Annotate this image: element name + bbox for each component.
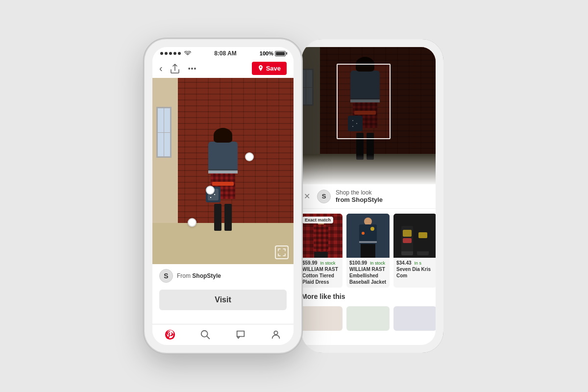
back-button[interactable]: ‹ (159, 63, 163, 74)
battery-fill (276, 52, 285, 55)
product-price-1: $59.99 In stock (302, 260, 340, 266)
save-button[interactable]: Save (252, 62, 287, 75)
more-item-placeholder-2 (346, 306, 390, 331)
expand-corners-icon (278, 248, 286, 256)
shop-header: ✕ S Shop the look from ShopStyle (294, 184, 436, 209)
products-row: Exact match $59.99 In stock WILLIAM RAST… (294, 209, 436, 288)
more-title: More like this (301, 293, 429, 300)
status-time-left: 8:08 AM (214, 50, 237, 57)
product-info-1: $59.99 In stock WILLIAM RAST Cotton Tier… (299, 258, 343, 288)
status-bar-left: 8:08 AM 100% (152, 47, 294, 59)
more-section: More like this (294, 288, 436, 302)
close-button[interactable]: ✕ (301, 191, 312, 202)
signal-dot-2 (165, 52, 168, 55)
nav-bar-left: ‹ ••• Save (152, 59, 294, 78)
nav-profile[interactable] (270, 329, 281, 340)
product-name-3: Seven Dia Kris Com (396, 266, 434, 279)
signal-dot-1 (160, 52, 163, 55)
right-phone-image (294, 47, 436, 184)
nav-home[interactable] (165, 329, 175, 340)
svg-point-0 (260, 66, 261, 68)
phone-left: 8:08 AM 100% ‹ ••• (145, 39, 301, 353)
signal-dot-5 (178, 52, 181, 55)
product-image-2 (346, 214, 390, 258)
battery-bar (275, 51, 286, 56)
selection-box (337, 64, 390, 139)
search-icon (200, 329, 211, 340)
shop-source-avatar: S (317, 190, 331, 203)
product-price-3: $34.43 In s (396, 260, 434, 266)
shop-title-brand: from ShopStyle (336, 196, 429, 203)
source-info: S From ShopStyle (152, 264, 294, 288)
chat-icon (235, 329, 246, 340)
more-item-placeholder-1 (299, 306, 343, 331)
signal-dot-3 (169, 52, 172, 55)
product-card-2[interactable]: $100.99 In stock WILLIAM RAST Embellishe… (346, 214, 390, 288)
more-items-row (294, 302, 436, 335)
pin-icon (258, 65, 264, 72)
shop-title-main: Shop the look (336, 189, 429, 196)
product-info-3: $34.43 In s Seven Dia Kris Com (393, 258, 436, 281)
product-card-1[interactable]: Exact match $59.99 In stock WILLIAM RAST… (299, 214, 343, 288)
image-fade (294, 155, 436, 184)
expand-icon[interactable] (275, 245, 289, 259)
phone-right: ✕ S Shop the look from ShopStyle (287, 39, 443, 353)
product-card-3[interactable]: $34.43 In s Seven Dia Kris Com (393, 214, 436, 288)
product-image-1: Exact match (299, 214, 343, 258)
exact-match-badge: Exact match (302, 217, 333, 223)
phone-left-screen: 8:08 AM 100% ‹ ••• (152, 47, 294, 345)
share-icon[interactable] (171, 64, 179, 74)
shop-title-block: Shop the look from ShopStyle (336, 189, 429, 203)
pinterest-icon (165, 329, 175, 340)
source-text: From ShopStyle (177, 272, 221, 279)
nav-chat[interactable] (235, 329, 246, 340)
phones-container: 8:08 AM 100% ‹ ••• (145, 39, 443, 353)
more-item-placeholder-3 (393, 306, 436, 331)
main-fashion-image (152, 78, 294, 264)
status-battery: 100% (260, 50, 286, 56)
profile-icon (270, 329, 281, 340)
fashion-scene (152, 78, 294, 264)
hotspot-dot-3[interactable] (188, 218, 196, 227)
person-figure (203, 128, 243, 231)
product-name-1: WILLIAM RAST Cotton Tiered Plaid Dress (302, 266, 340, 285)
wifi-icon (184, 51, 191, 56)
product-price-2: $100.99 In stock (349, 260, 387, 266)
window (156, 107, 172, 158)
bottom-nav (152, 324, 294, 345)
svg-point-3 (274, 331, 277, 335)
phone-right-screen: ✕ S Shop the look from ShopStyle (294, 47, 436, 345)
source-avatar: S (159, 269, 173, 283)
product-name-2: WILLIAM RAST Embellished Baseball Jacket (349, 266, 387, 285)
nav-search[interactable] (200, 329, 211, 340)
product-info-2: $100.99 In stock WILLIAM RAST Embellishe… (346, 258, 390, 288)
more-button[interactable]: ••• (188, 65, 197, 73)
signal-dot-4 (173, 52, 176, 55)
visit-button[interactable]: Visit (159, 290, 287, 310)
door-wall (152, 78, 178, 223)
product-image-3 (393, 214, 436, 258)
